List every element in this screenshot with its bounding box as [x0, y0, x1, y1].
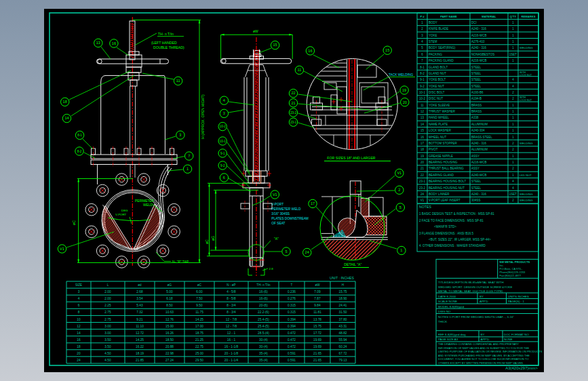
- svg-text:0.472: 0.472: [288, 338, 296, 342]
- svg-text:8-2: 8-2: [77, 150, 82, 153]
- svg-text:12: 12: [77, 325, 81, 328]
- svg-text:4 - 5/8: 4 - 5/8: [227, 290, 236, 294]
- svg-text:A240-WCB: A240-WCB: [471, 174, 487, 177]
- svg-text:16-(6): 16-(6): [259, 290, 268, 294]
- svg-text:DCI: DCI: [471, 21, 477, 24]
- svg-text:NW METAL PRODUCTS: NW METAL PRODUCTS: [500, 260, 530, 264]
- svg-text:13.78: 13.78: [313, 318, 321, 321]
- svg-text:20-(6): 20-(6): [259, 304, 268, 307]
- svg-text:0.236: 0.236: [288, 290, 296, 294]
- svg-text:A338: A338: [471, 116, 479, 119]
- svg-text:A240 - 316: A240 - 316: [471, 46, 487, 49]
- svg-text:NOTES V-PORT FROM WEDGED SHUT: NOTES V-PORT FROM WEDGED SHUTS LEAF..., …: [438, 315, 514, 319]
- svg-text:YOKE: YOKE: [429, 34, 437, 37]
- svg-text:1: 1: [400, 248, 402, 252]
- svg-text:21.25: 21.25: [195, 338, 203, 342]
- svg-text:STEEL: STEEL: [471, 72, 482, 75]
- svg-text:5: 5: [399, 205, 401, 209]
- svg-text:0.472: 0.472: [288, 332, 296, 335]
- svg-text:25.4-(5): 25.4-(5): [258, 318, 269, 321]
- svg-text:MODEL 8-8(85)ged: MODEL 8-8(85)ged: [438, 305, 465, 308]
- svg-text:FOR SIZES 18" AND LARGER: FOR SIZES 18" AND LARGER: [327, 156, 376, 160]
- svg-text:2.00: 2.00: [104, 297, 111, 300]
- svg-text:18.19: 18.19: [136, 352, 144, 355]
- svg-text:YOKE BOLT: YOKE BOLT: [429, 78, 446, 81]
- svg-text:ASSY: ASSY: [471, 167, 479, 170]
- svg-text:PIVOT: PIVOT: [429, 148, 438, 151]
- svg-text:13: 13: [420, 116, 425, 119]
- svg-text:2 FACE TO FACE DIMENSIONS : M: 2 FACE TO FACE DIMENSIONS : MSS SP-81: [419, 219, 484, 222]
- svg-text:BODY: BODY: [429, 21, 437, 24]
- svg-text:17: 17: [311, 201, 315, 205]
- svg-text:15: 15: [420, 129, 425, 132]
- svg-text:9-2: 9-2: [420, 85, 425, 88]
- svg-text:øW: øW: [315, 283, 320, 287]
- svg-text:2.00: 2.00: [104, 290, 111, 294]
- svg-text:A216-WCB: A216-WCB: [471, 34, 487, 37]
- svg-text:1SET: 1SET: [509, 53, 517, 56]
- svg-text:BRASS: BRASS: [471, 110, 482, 113]
- svg-text:NONASBESTOS: NONASBESTOS: [471, 53, 494, 56]
- svg-text:28.5-(4): 28.5-(4): [258, 332, 269, 335]
- svg-text:UNIT : INCHES: UNIT : INCHES: [330, 276, 354, 280]
- svg-text:17.00: 17.00: [195, 325, 203, 328]
- svg-text:14: 14: [77, 332, 81, 335]
- svg-text:A3(420x297)mm>: A3(420x297)mm>: [505, 366, 538, 370]
- svg-text:WELDING: WELDING: [520, 193, 533, 196]
- svg-text:WEDGED SPORT. DESIGN OUTSIDE S: WEDGED SPORT. DESIGN OUTSIDE SCREW &YOKE: [438, 285, 513, 289]
- svg-text:STEM: STEM: [429, 40, 437, 43]
- svg-text:22: 22: [420, 174, 425, 177]
- svg-text:(LEFT HANDED: (LEFT HANDED: [151, 41, 177, 45]
- svg-text:22.98: 22.98: [165, 352, 174, 355]
- svg-text:LOCK NUT: LOCK NUT: [520, 74, 532, 77]
- svg-text:N- "P" TAP.: N- "P" TAP.: [172, 260, 189, 264]
- svg-text:16: 16: [112, 41, 116, 45]
- svg-text:19.69: 19.69: [313, 338, 321, 342]
- svg-text:3/16" 304SS: 3/16" 304SS: [271, 212, 290, 216]
- svg-text:23-1: 23-1: [419, 180, 426, 183]
- svg-text:8-1: 8-1: [420, 66, 425, 69]
- svg-text:PART NAME: PART NAME: [440, 15, 457, 18]
- svg-text:BEARING HOUSING: BEARING HOUSING: [429, 161, 458, 164]
- svg-text:0.591: 0.591: [288, 352, 296, 355]
- svg-text:1 BASIC DESIGN TEST & INSPECT: 1 BASIC DESIGN TEST & INSPECTION : MSS S…: [419, 212, 494, 216]
- svg-text:14.25: 14.25: [195, 318, 203, 321]
- svg-text:P #: P #: [420, 15, 425, 18]
- svg-text:PERIMETER WELD: PERIMETER WELD: [271, 207, 301, 211]
- svg-text:9-1: 9-1: [420, 78, 425, 81]
- svg-text:OTHERS EXCEPT BY WRITTEN PERMI: OTHERS EXCEPT BY WRITTEN PERMISSION FROM…: [438, 361, 524, 365]
- svg-text:2.68: 2.68: [136, 290, 143, 294]
- svg-text:WELDING: WELDING: [520, 199, 533, 202]
- svg-text:PACKING: PACKING: [429, 53, 442, 56]
- svg-text:A216-WCB: A216-WCB: [471, 161, 487, 164]
- svg-text:7.09: 7.09: [314, 290, 321, 294]
- svg-text:ALUMINUM: ALUMINUM: [471, 123, 488, 126]
- svg-text:V1: V1: [420, 199, 425, 202]
- svg-text:3.54: 3.54: [136, 297, 143, 300]
- svg-text:TACK WELDING: TACK WELDING: [389, 73, 413, 77]
- svg-text:12 - 1: 12 - 1: [227, 332, 236, 335]
- svg-text:15: 15: [385, 48, 389, 52]
- svg-text:8 - 5/8: 8 - 5/8: [227, 297, 236, 300]
- svg-text:15: 15: [273, 43, 277, 47]
- svg-text:22.75: 22.75: [195, 345, 203, 348]
- svg-text:BRASS: BRASS: [471, 104, 482, 107]
- svg-text:V1: V1: [60, 247, 64, 251]
- svg-text:7: 7: [188, 154, 190, 158]
- svg-text:8.50: 8.50: [166, 304, 173, 307]
- svg-text:7.87: 7.87: [314, 297, 321, 300]
- svg-text:15.75: 15.75: [313, 325, 321, 328]
- svg-text:0.315: 0.315: [288, 304, 296, 307]
- svg-text:THICK: THICK: [438, 320, 447, 323]
- svg-text:12 - 7/8: 12 - 7/8: [226, 325, 237, 328]
- svg-text:9-1: 9-1: [220, 152, 225, 155]
- svg-text:DISC BOLT: DISC BOLT: [429, 91, 445, 94]
- svg-text:10-1: 10-1: [419, 91, 426, 94]
- svg-text:DISC NUT: DISC NUT: [429, 97, 444, 100]
- svg-text:20: 20: [77, 352, 81, 355]
- svg-text:STEEL: STEEL: [471, 85, 482, 88]
- svg-text:N - øP: N - øP: [227, 283, 235, 287]
- svg-text:25.00: 25.00: [195, 352, 203, 355]
- svg-text:10-2: 10-2: [419, 97, 426, 100]
- svg-text:15.75: 15.75: [338, 290, 347, 294]
